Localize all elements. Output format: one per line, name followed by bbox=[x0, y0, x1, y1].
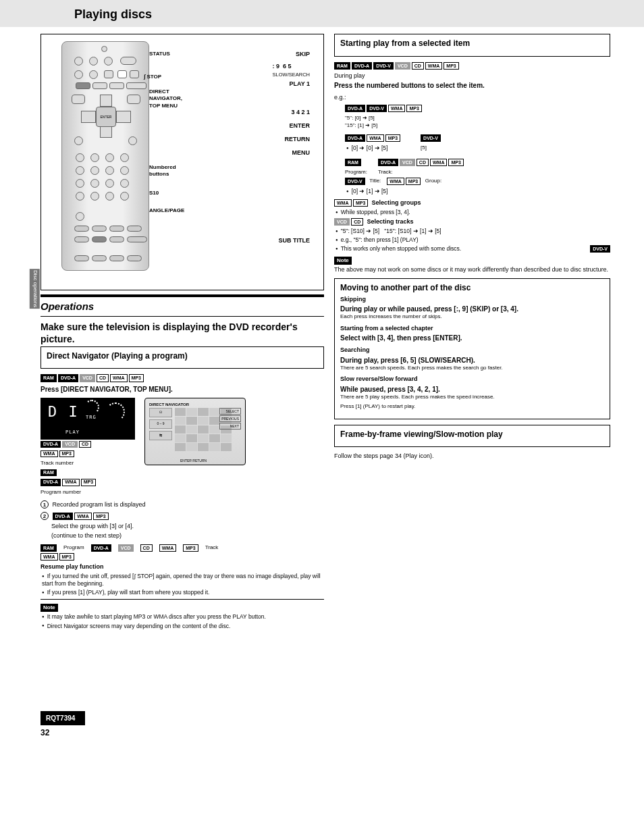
sel-tracks-heading: VCD CD Selecting tracks bbox=[334, 218, 610, 226]
unit-display: D I TRG PLAY DVD-AVCDCD WMAMP3 Track num… bbox=[41, 398, 135, 496]
remote-illustration: ENTER STATUS ∫ STOP DIRECT NAVIGA bbox=[41, 34, 324, 290]
box1-title: Direct Navigator (Playing a program) bbox=[47, 351, 318, 362]
box4-para: Follow the steps page 34 (Play icon). bbox=[334, 452, 610, 461]
label-arrows: 3 4 2 1 bbox=[291, 109, 310, 117]
page-title: Playing discs bbox=[74, 7, 152, 21]
label-numbered: Numbered buttons bbox=[149, 164, 176, 178]
notes1: It may take awhile to start playing MP3 … bbox=[41, 613, 324, 629]
label-subtitle: SUB TITLE bbox=[279, 237, 311, 245]
box1-instr: Press [DIRECT NAVIGATOR, TOP MENU]. bbox=[41, 385, 324, 394]
section-operations: Operations bbox=[41, 300, 324, 313]
notes2: The above may not work on some discs or … bbox=[334, 266, 610, 274]
label-skip: SKIP bbox=[296, 51, 310, 59]
label-directnav: DIRECT NAVIGATOR, TOP MENU bbox=[149, 88, 203, 109]
unit-cap-track: Track number bbox=[41, 460, 135, 467]
footer-id: RQT7394 bbox=[41, 711, 85, 725]
slowrev-heading: Slow reverse/Slow forward bbox=[340, 375, 604, 384]
label-slowsearch: : 9 6 5SLOW/SEARCH bbox=[273, 63, 310, 78]
label-menu: MENU bbox=[292, 149, 311, 157]
box-moving: Moving to another part of the disc Skipp… bbox=[334, 278, 610, 419]
start-chapter-heading: Starting from a selected chapter bbox=[340, 325, 604, 333]
resume-bullets: If you turned the unit off, pressed [∫ S… bbox=[41, 573, 324, 596]
box2-title: Starting play from a selected item bbox=[340, 38, 604, 49]
box2-instr: Press the numbered buttons to select the… bbox=[334, 81, 610, 90]
box-start-selected: Starting play from a selected item bbox=[334, 34, 610, 57]
tv-screen-mock: DIRECT NAVIGATOR ⛁0 – 9⇆ SELECT PREVIOUS… bbox=[144, 398, 246, 465]
label-play: PLAY 1 bbox=[289, 80, 310, 88]
step-2: 2 bbox=[41, 512, 49, 520]
label-enter: ENTER bbox=[289, 122, 310, 130]
label-return: RETURN bbox=[285, 136, 311, 144]
side-tab: Disc operations bbox=[30, 269, 40, 309]
tv-reminder: Make sure the television is displaying t… bbox=[41, 321, 324, 345]
label-angle: ANGLE/PAGE bbox=[149, 207, 184, 214]
page-number: 32 bbox=[41, 728, 324, 739]
box2-lead: During play bbox=[334, 72, 610, 80]
box3-title: Moving to another part of the disc bbox=[340, 283, 604, 294]
step-1: 1 bbox=[41, 500, 49, 509]
label-status: STATUS bbox=[149, 51, 170, 57]
box2-tags: RAM DVD-A DVD-V VCD CD WMA MP3 bbox=[334, 62, 610, 70]
label-s10: S10 bbox=[149, 190, 159, 197]
resume-heading: Resume play function bbox=[41, 563, 324, 571]
skipping-heading: Skipping bbox=[340, 296, 604, 304]
label-stop: ∫ STOP bbox=[144, 74, 161, 80]
box-direct-navigator: Direct Navigator (Playing a program) bbox=[41, 346, 324, 369]
searching-heading: Searching bbox=[340, 346, 604, 355]
box4-title: Frame-by-frame viewing/Slow-motion play bbox=[340, 429, 604, 440]
note-label-2: Note bbox=[334, 257, 352, 265]
note-label: Note bbox=[41, 604, 58, 612]
box1-tags: RAM DVD-A VCD CD WMA MP3 bbox=[41, 374, 324, 382]
sel-groups-heading: WMA MP3 Selecting groups bbox=[334, 199, 610, 207]
box-frame-by-frame: Frame-by-frame viewing/Slow-motion play bbox=[334, 425, 610, 448]
unit-cap-prog: Program number bbox=[41, 489, 135, 496]
